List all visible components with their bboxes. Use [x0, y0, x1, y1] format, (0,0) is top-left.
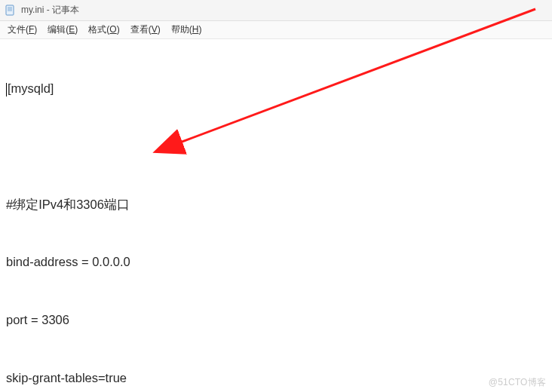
notepad-icon: [5, 5, 17, 17]
content-line: [mysqld]: [6, 79, 546, 99]
menu-format[interactable]: 格式(O): [88, 23, 119, 36]
menubar: 文件(F) 编辑(E) 格式(O) 查看(V) 帮助(H): [0, 21, 552, 39]
content-line: [6, 137, 546, 157]
content-line: bind-address = 0.0.0.0: [6, 253, 546, 272]
content-line: skip-grant-tables=true: [6, 369, 546, 388]
watermark: @51CTO博客: [489, 376, 546, 389]
menu-view[interactable]: 查看(V): [130, 23, 161, 36]
editor-content[interactable]: [mysqld] #绑定IPv4和3306端口 bind-address = 0…: [0, 39, 552, 392]
svg-rect-0: [6, 5, 14, 15]
titlebar: my.ini - 记事本: [0, 0, 552, 21]
content-line: #绑定IPv4和3306端口: [6, 195, 546, 215]
content-line: port = 3306: [6, 311, 546, 330]
menu-file[interactable]: 文件(F): [8, 23, 37, 36]
window-title: my.ini - 记事本: [21, 4, 79, 17]
menu-help[interactable]: 帮助(H): [171, 23, 202, 36]
menu-edit[interactable]: 编辑(E): [48, 23, 78, 36]
